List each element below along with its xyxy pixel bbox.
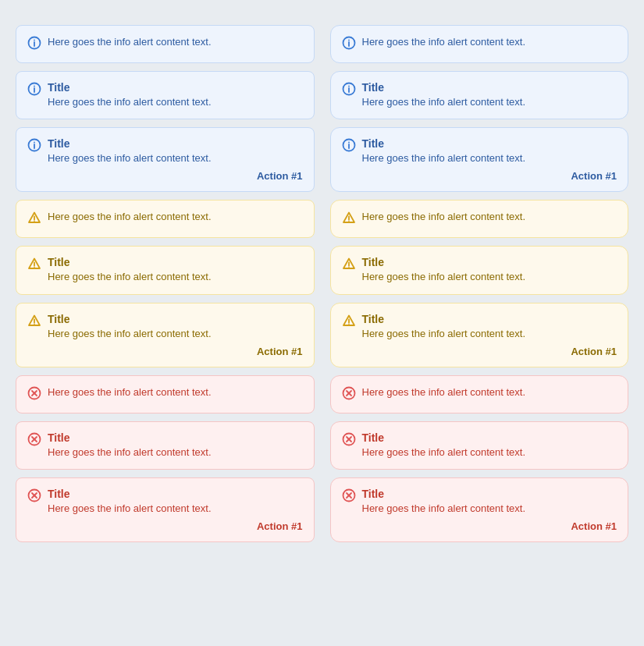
warning-icon <box>27 313 41 331</box>
svg-point-5 <box>34 86 35 87</box>
alert-text: Here goes the info alert content text. <box>362 385 617 399</box>
alert-title: Title <box>362 313 617 325</box>
alert-card-warning: TitleHere goes the info alert content te… <box>16 246 315 294</box>
alert-content: TitleHere goes the info alert content te… <box>48 313 303 341</box>
alert-content: Here goes the info alert content text. <box>362 210 617 224</box>
alert-card-error: TitleHere goes the info alert content te… <box>16 421 315 470</box>
alert-title: Title <box>362 137 617 150</box>
alert-row: Here goes the info alert content text. <box>27 385 303 403</box>
warning-icon <box>342 210 356 228</box>
alert-text: Here goes the info alert content text. <box>362 327 617 341</box>
alert-content: TitleHere goes the info alert content te… <box>362 137 617 165</box>
svg-point-32 <box>348 142 350 144</box>
svg-point-38 <box>348 323 350 325</box>
alert-action-button[interactable]: Action #1 <box>27 346 303 357</box>
alert-card-info: Here goes the info alert content text. <box>16 25 315 63</box>
warning-icon <box>27 256 41 274</box>
error-icon <box>27 488 41 506</box>
alert-title: Title <box>362 81 617 94</box>
alert-text: Here goes the info alert content text. <box>362 502 617 516</box>
android-column: Here goes the info alert content text. T… <box>16 16 315 550</box>
alert-card-warning: Here goes the info alert content text. <box>330 200 629 238</box>
alert-text: Here goes the info alert content text. <box>48 502 303 516</box>
alert-row: TitleHere goes the info alert content te… <box>342 81 617 109</box>
alert-action-button[interactable]: Action #1 <box>342 520 617 532</box>
alert-card-info: TitleHere goes the info alert content te… <box>330 127 629 192</box>
alert-content: TitleHere goes the info alert content te… <box>48 431 303 460</box>
alert-row: Here goes the info alert content text. <box>27 35 303 53</box>
alert-text: Here goes the info alert content text. <box>48 95 303 109</box>
svg-point-14 <box>34 323 35 325</box>
alert-content: TitleHere goes the info alert content te… <box>48 488 303 516</box>
alert-title: Title <box>48 431 303 444</box>
alert-content: TitleHere goes the info alert content te… <box>362 431 617 460</box>
alert-row: Here goes the info alert content text. <box>342 385 617 403</box>
alert-card-warning: TitleHere goes the info alert content te… <box>330 303 629 367</box>
warning-icon <box>27 210 41 228</box>
alert-text: Here goes the info alert content text. <box>48 210 303 224</box>
alert-content: TitleHere goes the info alert content te… <box>362 488 617 516</box>
alert-content: Here goes the info alert content text. <box>48 385 303 399</box>
alert-content: TitleHere goes the info alert content te… <box>48 256 303 284</box>
alert-row: TitleHere goes the info alert content te… <box>342 313 617 341</box>
alert-text: Here goes the info alert content text. <box>48 445 303 460</box>
alert-action-button[interactable]: Action #1 <box>27 520 303 532</box>
alert-title: Title <box>48 256 303 268</box>
alert-action-button[interactable]: Action #1 <box>342 170 617 182</box>
alert-text: Here goes the info alert content text. <box>48 151 303 165</box>
alert-content: Here goes the info alert content text. <box>48 35 303 49</box>
alert-row: TitleHere goes the info alert content te… <box>27 431 303 460</box>
alert-text: Here goes the info alert content text. <box>48 270 303 284</box>
alert-row: TitleHere goes the info alert content te… <box>342 431 617 460</box>
svg-point-36 <box>348 267 350 268</box>
alert-row: Here goes the info alert content text. <box>27 210 303 228</box>
error-icon <box>342 431 356 449</box>
alert-content: TitleHere goes the info alert content te… <box>362 256 617 284</box>
svg-point-2 <box>34 40 35 41</box>
alert-card-error: TitleHere goes the info alert content te… <box>16 477 315 542</box>
alert-text: Here goes the info alert content text. <box>362 445 617 460</box>
alert-row: TitleHere goes the info alert content te… <box>27 313 303 341</box>
error-icon <box>27 385 41 403</box>
alert-text: Here goes the info alert content text. <box>48 327 303 341</box>
alert-content: TitleHere goes the info alert content te… <box>362 313 617 341</box>
alert-card-warning: Here goes the info alert content text. <box>16 200 315 238</box>
alert-row: Here goes the info alert content text. <box>342 210 617 228</box>
alert-content: TitleHere goes the info alert content te… <box>48 137 303 165</box>
warning-icon <box>342 256 356 274</box>
alert-text: Here goes the info alert content text. <box>48 385 303 399</box>
alert-card-warning: TitleHere goes the info alert content te… <box>16 303 315 367</box>
alert-card-error: Here goes the info alert content text. <box>330 375 629 414</box>
info-icon <box>342 137 356 155</box>
alert-card-warning: TitleHere goes the info alert content te… <box>330 246 629 294</box>
alert-action-button[interactable]: Action #1 <box>27 170 303 182</box>
alert-row: TitleHere goes the info alert content te… <box>342 256 617 284</box>
alert-title: Title <box>362 431 617 444</box>
alert-card-info: TitleHere goes the info alert content te… <box>16 71 315 119</box>
svg-point-12 <box>34 267 35 268</box>
alert-action-button[interactable]: Action #1 <box>342 346 617 357</box>
alert-content: TitleHere goes the info alert content te… <box>362 81 617 109</box>
info-icon <box>342 35 356 53</box>
alert-title: Title <box>362 256 617 268</box>
svg-point-34 <box>348 221 350 222</box>
alert-card-info: TitleHere goes the info alert content te… <box>330 71 629 119</box>
alert-text: Here goes the info alert content text. <box>48 35 303 49</box>
info-icon <box>27 81 41 99</box>
alert-text: Here goes the info alert content text. <box>362 35 617 49</box>
alert-content: Here goes the info alert content text. <box>362 385 617 399</box>
alert-card-info: Here goes the info alert content text. <box>330 25 629 63</box>
alert-text: Here goes the info alert content text. <box>362 270 617 284</box>
alert-title: Title <box>48 81 303 94</box>
svg-point-10 <box>34 221 35 222</box>
alert-row: TitleHere goes the info alert content te… <box>342 488 617 516</box>
alert-content: Here goes the info alert content text. <box>362 35 617 49</box>
alert-row: TitleHere goes the info alert content te… <box>342 137 617 165</box>
alert-row: Here goes the info alert content text. <box>342 35 617 53</box>
alert-title: Title <box>48 137 303 150</box>
alert-card-info: TitleHere goes the info alert content te… <box>16 127 315 192</box>
info-icon <box>27 137 41 155</box>
alert-title: Title <box>362 488 617 500</box>
alert-text: Here goes the info alert content text. <box>362 210 617 224</box>
error-icon <box>342 385 356 403</box>
